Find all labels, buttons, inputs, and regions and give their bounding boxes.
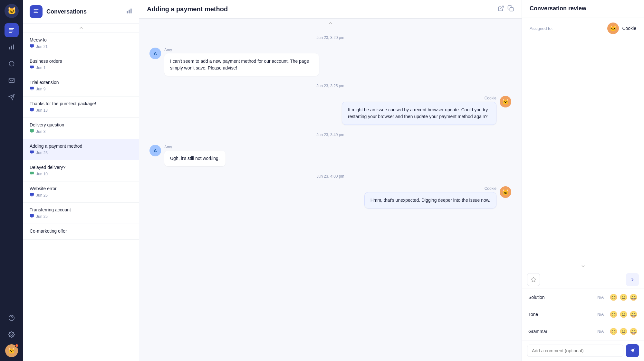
svg-rect-18 — [129, 9, 130, 13]
right-panel-scroll-down[interactable] — [522, 262, 644, 271]
message-row: 🐱 Cookie Hmm, that's unexpected. Digging… — [149, 186, 511, 208]
svg-rect-4 — [9, 47, 10, 50]
send-comment-button[interactable] — [626, 344, 639, 357]
chat-messages: Jun 23, 3:20 pm A Amy I can't seem to ad… — [139, 28, 522, 361]
emoji-solution[interactable]: 😄 — [630, 293, 638, 301]
user-avatar[interactable]: 🐱 — [5, 344, 18, 357]
sidebar-item-title: Co-marketing offer — [30, 228, 132, 234]
svg-rect-15 — [34, 11, 38, 12]
sidebar-item-delivery-question[interactable]: Delivery question Jun 3 — [23, 118, 139, 139]
emoji-grammar[interactable]: 😊 — [610, 328, 618, 335]
zendesk-icon — [30, 86, 34, 92]
sidebar-item-meow-lo[interactable]: Meow-lo Jun 21 — [23, 33, 139, 54]
svg-marker-40 — [531, 277, 536, 282]
forward-button[interactable] — [626, 273, 639, 286]
sidebar-item-thanks-purr-fect[interactable]: Thanks for the purr-fect package! Jun 18 — [23, 97, 139, 118]
message-sender: Cookie — [342, 96, 496, 100]
svg-rect-30 — [30, 151, 34, 153]
conversations-nav-icon[interactable] — [5, 23, 19, 37]
sidebar-item-date: Jun 23 — [36, 151, 48, 155]
sidebar-title: Conversations — [46, 8, 122, 15]
svg-rect-8 — [9, 78, 14, 82]
message-timestamp: Jun 23, 4:00 pm — [149, 174, 511, 179]
emoji-solution[interactable]: 😊 — [610, 293, 618, 301]
svg-rect-26 — [30, 108, 34, 111]
emoji-solution[interactable]: 😐 — [620, 293, 628, 301]
svg-line-38 — [500, 6, 503, 9]
sidebar-item-meta: Jun 26 — [30, 192, 132, 198]
emoji-group: 😊😐😄 — [610, 328, 638, 335]
emoji-group: 😊😐😄 — [610, 293, 638, 301]
message-sender: Amy — [164, 48, 319, 52]
left-navigation: 🐱 🐱 — [0, 0, 23, 361]
sidebar-item-title: Adding a payment method — [30, 143, 132, 149]
svg-rect-20 — [30, 44, 34, 47]
sidebar-scroll-up[interactable] — [23, 23, 139, 33]
sidebar-item-delayed-delivery[interactable]: Delayed delivery? Jun 10 — [23, 160, 139, 181]
sidebar-item-date: Jun 18 — [36, 108, 48, 113]
emoji-tone[interactable]: 😊 — [610, 310, 618, 318]
sidebar-item-meta: Jun 23 — [30, 150, 132, 155]
svg-rect-1 — [9, 30, 13, 30]
freshdesk-icon — [30, 171, 34, 177]
sidebar-item-date: Jun 1 — [36, 66, 45, 70]
message-content: Amy I can't seem to add a new payment me… — [164, 48, 319, 76]
sidebar-item-adding-payment[interactable]: Adding a payment method Jun 23 — [23, 139, 139, 160]
sidebar-item-meta: Jun 21 — [30, 44, 132, 49]
message-bubble: I can't seem to add a new payment method… — [164, 53, 319, 76]
settings-nav-icon[interactable] — [5, 328, 19, 342]
sidebar-stats-icon[interactable] — [126, 8, 132, 16]
sidebar-item-business-orders[interactable]: Business orders Jun 1 — [23, 54, 139, 75]
message-bubble: It might be an issue caused by a recent … — [342, 102, 496, 125]
message-sender: Cookie — [364, 186, 496, 191]
send-nav-icon[interactable] — [5, 90, 19, 104]
copy-icon[interactable] — [507, 5, 514, 13]
emoji-group: 😊😐😄 — [610, 310, 638, 318]
emoji-grammar[interactable]: 😐 — [620, 328, 628, 335]
svg-rect-17 — [127, 11, 128, 14]
sidebar-item-transferring-account[interactable]: Transferring account Jun 25 — [23, 203, 139, 224]
assigned-label: Assigned to: — [530, 26, 553, 31]
contacts-nav-icon[interactable] — [5, 57, 19, 71]
emoji-tone[interactable]: 😄 — [630, 310, 638, 318]
analytics-nav-icon[interactable] — [5, 40, 19, 54]
message-content: Cookie It might be an issue caused by a … — [342, 96, 496, 125]
sidebar-item-meta: Jun 9 — [30, 86, 132, 92]
notification-badge — [15, 344, 19, 347]
emoji-grammar[interactable]: 😄 — [630, 328, 638, 335]
zendesk-icon — [30, 192, 34, 198]
sidebar-item-title: Thanks for the purr-fect package! — [30, 101, 132, 106]
help-nav-icon[interactable] — [5, 311, 19, 325]
sidebar-header: Conversations — [23, 0, 139, 23]
review-row-grammar: Grammar N/A 😊😐😄 — [522, 323, 644, 340]
star-button[interactable] — [527, 273, 540, 286]
message-row: A Amy Ugh, it's still not working. — [149, 145, 511, 166]
comment-input[interactable] — [527, 345, 623, 357]
sidebar-item-co-marketing[interactable]: Co-marketing offer — [23, 224, 139, 240]
message-avatar: A — [149, 48, 161, 59]
inbox-nav-icon[interactable] — [5, 73, 19, 88]
right-panel: Conversation review Assigned to: 🐱 Cooki… — [522, 0, 644, 361]
svg-rect-3 — [9, 32, 12, 33]
sidebar-item-title: Transferring account — [30, 207, 132, 212]
chat-scroll-up[interactable] — [139, 19, 522, 28]
review-ratings-section: Solution N/A 😊😐😄 Tone N/A 😊😐😄 Grammar N/… — [522, 289, 644, 340]
svg-rect-34 — [30, 193, 34, 196]
message-avatar: A — [149, 145, 161, 156]
message-timestamp: Jun 23, 3:25 pm — [149, 84, 511, 88]
sidebar-item-title: Delivery question — [30, 122, 132, 127]
sidebar-item-trial-extension[interactable]: Trial extension Jun 9 — [23, 75, 139, 97]
emoji-tone[interactable]: 😐 — [620, 310, 628, 318]
external-link-icon[interactable] — [498, 5, 504, 13]
sidebar-item-website-error[interactable]: Website error Jun 26 — [23, 181, 139, 203]
sidebar-item-meta: Jun 25 — [30, 214, 132, 219]
svg-rect-39 — [510, 8, 514, 11]
sidebar-item-title: Meow-lo — [30, 37, 132, 42]
svg-rect-32 — [30, 172, 34, 174]
message-timestamp: Jun 23, 3:20 pm — [149, 35, 511, 40]
freshdesk-icon — [30, 129, 34, 134]
sidebar-item-title: Trial extension — [30, 80, 132, 85]
sidebar-item-date: Jun 3 — [36, 129, 45, 134]
svg-rect-16 — [34, 12, 38, 13]
review-header: Conversation review — [522, 0, 644, 17]
